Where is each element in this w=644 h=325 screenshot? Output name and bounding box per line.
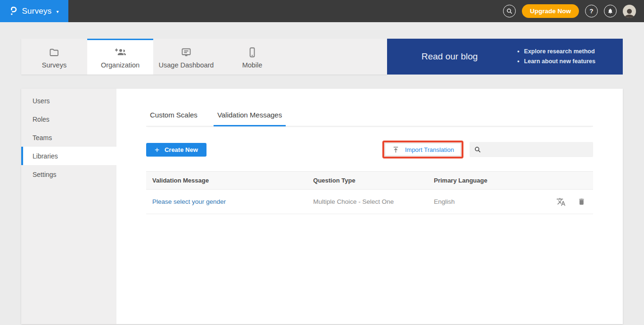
column-header-validation-message: Validation Message xyxy=(146,172,307,190)
import-translation-label: Import Translation xyxy=(405,146,454,153)
validation-messages-table: Validation Message Question Type Primary… xyxy=(146,171,593,214)
plus-icon: + xyxy=(155,146,159,154)
create-new-label: Create New xyxy=(165,146,198,153)
upload-icon xyxy=(392,146,400,154)
banner-bullet: Learn about new features xyxy=(517,57,595,67)
folder-icon xyxy=(49,47,60,58)
product-switcher[interactable]: Surveys ▾ xyxy=(0,0,68,22)
main-panel: Users Roles Teams Libraries Settings Cus… xyxy=(21,89,623,324)
nav-tab-label: Surveys xyxy=(42,61,66,69)
question-type-cell: Multiple Choice - Select One xyxy=(307,190,428,214)
table-header-row: Validation Message Question Type Primary… xyxy=(146,172,593,190)
primary-language-cell: English xyxy=(428,190,526,214)
primary-nav-tabs: Surveys Organization xyxy=(21,39,387,75)
settings-sidebar: Users Roles Teams Libraries Settings xyxy=(21,89,116,324)
sidebar-item-roles[interactable]: Roles xyxy=(21,110,116,128)
dashboard-icon xyxy=(181,47,192,58)
sidebar-item-teams[interactable]: Teams xyxy=(21,128,116,147)
nav-tab-usage-dashboard[interactable]: Usage Dashboard xyxy=(153,39,219,75)
nav-tab-organization[interactable]: Organization xyxy=(87,39,153,75)
blog-banner[interactable]: Read our blog Explore research method Le… xyxy=(387,39,623,75)
sidebar-item-libraries[interactable]: Libraries xyxy=(21,147,116,165)
nav-tab-mobile[interactable]: Mobile xyxy=(219,39,285,75)
nav-tab-surveys[interactable]: Surveys xyxy=(21,39,87,75)
product-name: Surveys xyxy=(22,7,52,16)
banner-title: Read our blog xyxy=(421,51,478,62)
topbar: Surveys ▾ Upgrade Now ? xyxy=(0,0,644,22)
import-translation-highlight-box: Import Translation xyxy=(382,141,463,158)
search-input[interactable] xyxy=(485,146,588,153)
brand-logo-icon xyxy=(10,6,17,16)
table-search-box[interactable] xyxy=(470,142,593,157)
help-button[interactable]: ? xyxy=(585,5,598,17)
tab-validation-messages[interactable]: Validation Messages xyxy=(214,111,286,126)
search-icon[interactable] xyxy=(503,5,516,17)
validation-message-link[interactable]: Please select your gender xyxy=(152,198,226,205)
delete-trash-icon[interactable] xyxy=(578,198,586,206)
upgrade-now-button[interactable]: Upgrade Now xyxy=(522,4,579,18)
page-shell: Surveys Organization xyxy=(0,39,644,324)
row-actions xyxy=(532,197,593,207)
libraries-tab-bar: Custom Scales Validation Messages xyxy=(146,111,593,126)
smartphone-icon xyxy=(247,47,258,58)
banner-bullet: Explore research method xyxy=(517,47,595,57)
nav-tab-label: Usage Dashboard xyxy=(159,61,214,69)
banner-bullet-list: Explore research method Learn about new … xyxy=(517,47,595,67)
column-header-question-type: Question Type xyxy=(307,172,428,190)
tab-custom-scales[interactable]: Custom Scales xyxy=(146,111,201,126)
create-new-button[interactable]: + Create New xyxy=(146,143,206,157)
libraries-content: Custom Scales Validation Messages + Crea… xyxy=(116,89,623,324)
import-translation-button[interactable]: Import Translation xyxy=(385,143,461,156)
add-group-icon xyxy=(114,47,126,58)
toolbar: + Create New Import Translation xyxy=(146,141,593,158)
user-avatar[interactable] xyxy=(623,5,636,18)
search-icon xyxy=(474,146,481,153)
nav-tab-label: Organization xyxy=(101,61,140,69)
topbar-actions: Upgrade Now ? xyxy=(503,4,644,18)
sidebar-item-settings[interactable]: Settings xyxy=(21,165,116,183)
translate-icon[interactable] xyxy=(556,197,566,207)
primary-nav-row: Surveys Organization xyxy=(21,39,623,75)
column-header-primary-language: Primary Language xyxy=(428,172,526,190)
notifications-bell-icon[interactable] xyxy=(604,5,617,17)
column-header-actions xyxy=(526,172,593,190)
nav-tab-label: Mobile xyxy=(242,61,263,69)
table-row: Please select your gender Multiple Choic… xyxy=(146,190,593,214)
chevron-down-icon: ▾ xyxy=(56,8,58,14)
sidebar-item-users[interactable]: Users xyxy=(21,92,116,110)
